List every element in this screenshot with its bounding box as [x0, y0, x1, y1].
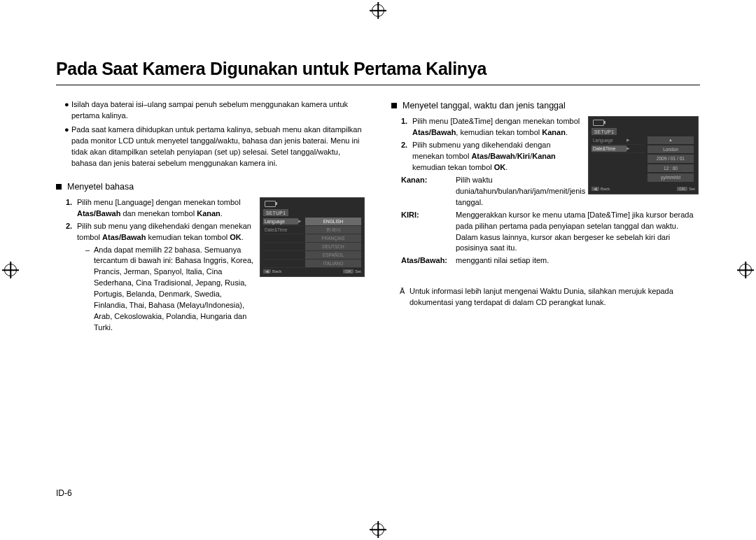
lcd-row-label: Language	[263, 218, 298, 225]
square-icon	[391, 103, 397, 108]
lcd-value: DEUTSCH	[305, 243, 361, 250]
page: Pada Saat Kamera Digunakan untuk Pertama…	[0, 0, 756, 540]
dash-icon: –	[85, 245, 94, 334]
reg-mark-top	[372, 4, 384, 17]
step-number: 2.	[401, 140, 412, 173]
kv-key-atasbawah: Atas/Bawah:	[401, 255, 456, 267]
lcd-value: 한국어	[305, 226, 361, 234]
bullet-icon: ●	[64, 125, 71, 169]
chevron-right-icon: ▶	[626, 145, 632, 152]
step-number: 1.	[66, 197, 77, 220]
language-list-note: Anda dapat memilih 22 bahasa. Semuanya t…	[94, 245, 255, 334]
chevron-right-icon: ▶	[298, 218, 304, 225]
lcd-row-label: Language	[592, 137, 626, 143]
left-column: ●Isilah daya baterai isi–ulang sampai pe…	[56, 99, 365, 335]
language-step-2: Pilih sub menu yang dikehendaki dengan m…	[77, 221, 255, 334]
lcd-set-label: Set	[355, 269, 361, 273]
lcd-tab: SETUP1	[263, 209, 288, 216]
lcd-value: 12 : 00	[648, 164, 694, 172]
reg-mark-right	[739, 264, 752, 276]
key-value-list-cont: KIRI: Menggerakkan kursor ke menu utama …	[391, 210, 700, 267]
battery-icon	[593, 120, 604, 126]
lcd-value: London	[648, 145, 694, 153]
back-key-icon: ◀	[263, 269, 271, 273]
subhead-language: Menyetel bahasa	[56, 180, 365, 193]
lcd-back-label: Back	[601, 187, 610, 191]
datetime-step-2: Pilih submenu yang dikehendaki dengan me…	[412, 140, 584, 173]
ok-key-icon: OK	[677, 187, 687, 191]
intro-bullets: ●Isilah daya baterai isi–ulang sampai pe…	[56, 99, 365, 169]
reg-mark-left	[4, 264, 17, 276]
kv-val-kiri: Menggerakkan kursor ke menu utama [Date&…	[456, 210, 700, 255]
back-key-icon: ◀	[592, 187, 599, 191]
lcd-set-label: Set	[689, 187, 695, 191]
chevron-right-icon: ▶	[626, 137, 632, 143]
bullet-icon: ●	[64, 99, 71, 122]
asterisk-icon: Ä	[400, 286, 410, 308]
content-area: Pada Saat Kamera Digunakan untuk Pertama…	[56, 59, 700, 498]
square-icon	[56, 184, 62, 190]
datetime-steps-block: SETUP1 Language ▶ Date&Time ▶	[391, 116, 700, 210]
lcd-datetime: SETUP1 Language ▶ Date&Time ▶	[588, 116, 699, 194]
columns: ●Isilah daya baterai isi–ulang sampai pe…	[56, 99, 700, 335]
kv-val-atasbawah: mengganti nilai setiap item.	[456, 255, 700, 267]
lcd-language: SETUP1 Language ▶ ENGLISH Date&Time	[260, 197, 365, 277]
footnote-text: Untuk informasi lebih lanjut mengenai Wa…	[410, 286, 700, 308]
language-steps-block: SETUP1 Language ▶ ENGLISH Date&Time	[56, 197, 365, 335]
lcd-row-label: Date&Time	[263, 227, 298, 233]
step-number: 1.	[401, 116, 412, 138]
page-number: ID-6	[56, 488, 72, 498]
kv-key-kiri: KIRI:	[401, 210, 456, 255]
kv-val-kanan: Pilih waktu dunia/tahun/bulan/hari/jam/m…	[456, 175, 585, 208]
subhead-datetime-text: Menyetel tanggal, waktu dan jenis tangga…	[402, 99, 566, 112]
lcd-value: yy/mm/dd	[648, 173, 694, 181]
intro-bullet-1: Isilah daya baterai isi–ulang sampai pen…	[71, 99, 365, 122]
subhead-datetime: Menyetel tanggal, waktu dan jenis tangga…	[391, 99, 700, 112]
lcd-tab: SETUP1	[592, 128, 617, 135]
lcd-row-label: Date&Time	[592, 145, 626, 152]
lcd-back-label: Back	[272, 269, 281, 273]
lcd-value: ITALIANO	[305, 260, 361, 267]
chevron-up-icon: ▲	[648, 136, 694, 144]
language-step-1: Pilih menu [Language] dengan menekan tom…	[77, 197, 255, 220]
reg-mark-bottom	[372, 523, 384, 536]
intro-bullet-2: Pada saat kamera dihidupkan untuk pertam…	[71, 125, 365, 169]
datetime-step-1: Pilih menu [Date&Time] dengan menekan to…	[412, 116, 584, 138]
lcd-value: ESPAÑOL	[305, 251, 361, 259]
subhead-language-text: Menyetel bahasa	[67, 180, 134, 193]
footnote: Ä Untuk informasi lebih lanjut mengenai …	[391, 286, 700, 308]
lcd-value: 2009 / 01 / 01	[648, 155, 694, 162]
lcd-value: ENGLISH	[305, 218, 361, 225]
right-column: Menyetel tanggal, waktu dan jenis tangga…	[391, 99, 700, 335]
battery-icon	[265, 201, 276, 207]
kv-key-kanan: Kanan:	[401, 175, 456, 208]
lcd-value: FRANÇAIS	[305, 234, 361, 242]
page-title: Pada Saat Kamera Digunakan untuk Pertama…	[56, 59, 700, 85]
step-number: 2.	[66, 221, 77, 334]
ok-key-icon: OK	[343, 269, 354, 273]
